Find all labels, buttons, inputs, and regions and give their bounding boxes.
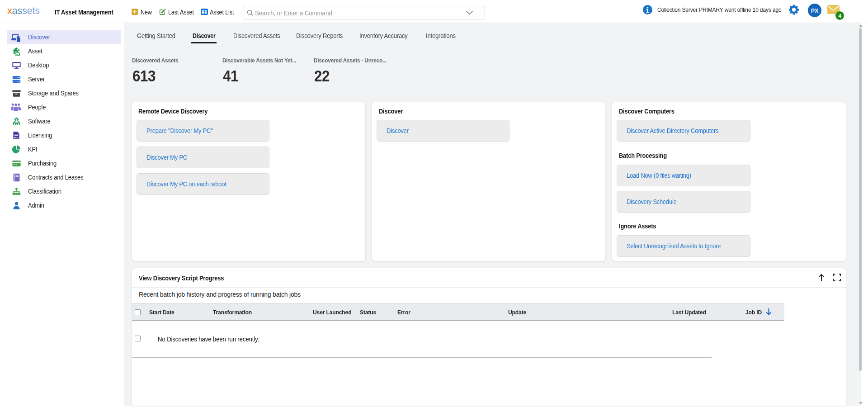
svg-text:PX: PX [811,8,819,14]
svg-text:4: 4 [838,13,841,19]
